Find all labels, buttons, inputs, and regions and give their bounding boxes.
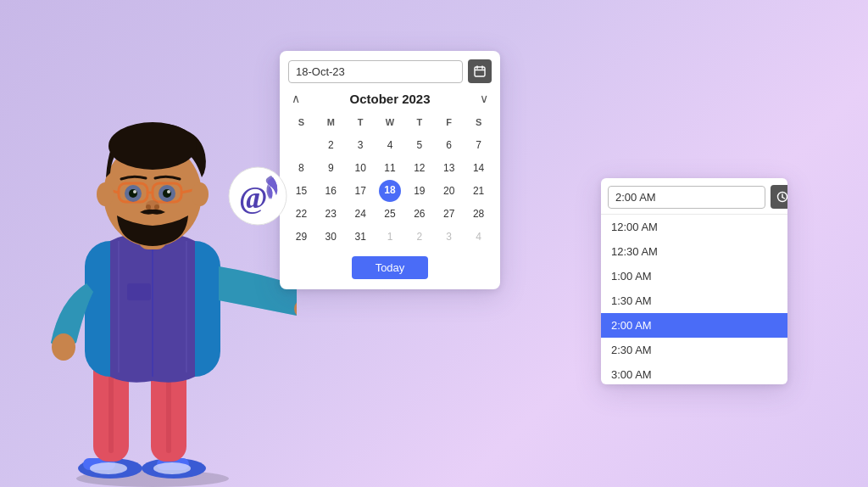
time-option[interactable]: 1:00 AM [601,264,787,288]
day-cell[interactable]: 29 [287,226,316,249]
day-cell[interactable]: 20 [434,180,464,203]
day-cell-selected[interactable]: 18 [379,180,401,202]
time-option[interactable]: 12:00 AM [601,215,787,239]
calendar-widget: ∧ October 2023 ∨ S M T W T F S 2 3 4 5 6… [280,51,500,289]
day-cell[interactable]: 2 [316,134,346,157]
svg-point-37 [97,182,114,206]
day-header-w: W [376,112,405,134]
next-month-button[interactable]: ∨ [476,90,492,107]
svg-point-17 [52,333,75,361]
day-cell[interactable]: 13 [434,157,464,180]
day-cell[interactable]: 1 [376,226,405,249]
day-headers-row: S M T W T F S [287,112,493,134]
day-cell[interactable]: 4 [464,226,493,249]
time-option[interactable]: 12:30 AM [601,239,787,264]
day-cell[interactable]: 2 [404,226,434,249]
svg-point-30 [129,189,137,198]
day-cell[interactable] [287,134,316,157]
day-header-m: M [316,112,346,134]
calendar-header: ∧ October 2023 ∨ [280,88,500,112]
day-cell[interactable]: 6 [434,134,464,157]
date-input[interactable] [288,60,463,83]
day-header-s1: S [287,112,316,134]
svg-rect-42 [475,67,485,76]
day-cell[interactable]: 26 [404,203,434,226]
time-input-row [601,178,787,215]
svg-point-22 [108,122,197,170]
day-cell[interactable]: 27 [434,203,464,226]
day-cell[interactable]: 23 [316,203,346,226]
day-cell[interactable]: 30 [316,226,346,249]
day-header-t1: T [346,112,376,134]
time-input[interactable] [608,186,765,209]
today-button[interactable]: Today [352,256,429,279]
character-illustration [8,46,297,487]
day-cell[interactable]: 3 [434,226,464,249]
day-cell[interactable]: 28 [464,203,493,226]
day-cell[interactable]: 22 [287,203,316,226]
day-cell[interactable]: 19 [404,180,434,203]
svg-point-35 [146,204,151,210]
day-cell[interactable]: 11 [376,157,405,180]
week-row-2: 8 9 10 11 12 13 14 [287,157,493,180]
day-cell[interactable]: 5 [404,134,434,157]
week-row-4: 22 23 24 25 26 27 28 [287,203,493,226]
day-cell[interactable]: 17 [346,180,376,203]
calendar-icon-button[interactable] [468,59,492,83]
calendar-grid: S M T W T F S 2 3 4 5 6 7 8 9 10 11 12 1… [280,112,500,249]
day-cell[interactable]: 4 [376,134,405,157]
day-cell[interactable]: 15 [287,180,316,203]
time-option[interactable]: 2:30 AM [601,338,787,362]
clock-icon-button[interactable] [771,185,787,209]
day-header-t2: T [404,112,434,134]
day-header-s2: S [464,112,493,134]
day-cell[interactable]: 31 [346,226,376,249]
day-cell[interactable]: 21 [464,180,493,203]
svg-point-38 [192,182,209,206]
month-title: October 2023 [310,92,470,106]
logo-badge: @ [227,165,288,227]
svg-point-32 [133,190,136,193]
time-options-list: 12:00 AM 12:30 AM 1:00 AM 1:30 AM 2:00 A… [601,215,787,384]
week-row-3: 15 16 17 18 19 20 21 [287,180,493,203]
svg-point-33 [167,190,170,193]
svg-rect-19 [127,283,151,300]
svg-point-5 [90,462,127,474]
time-picker-widget: 12:00 AM 12:30 AM 1:00 AM 1:30 AM 2:00 A… [601,178,787,384]
today-row: Today [280,249,500,279]
svg-point-31 [163,189,171,198]
time-option-selected[interactable]: 2:00 AM [601,313,787,338]
day-cell[interactable]: 14 [464,157,493,180]
day-cell[interactable]: 16 [316,180,346,203]
day-cell[interactable]: 10 [346,157,376,180]
day-cell[interactable]: 7 [464,134,493,157]
day-header-f: F [434,112,464,134]
time-option[interactable]: 1:30 AM [601,288,787,313]
svg-point-36 [154,204,159,210]
day-cell[interactable]: 8 [287,157,316,180]
prev-month-button[interactable]: ∧ [288,90,303,107]
day-cell[interactable]: 25 [376,203,405,226]
day-cell[interactable]: 24 [346,203,376,226]
week-row-5: 29 30 31 1 2 3 4 [287,226,493,249]
svg-text:@: @ [239,181,268,215]
day-cell[interactable]: 9 [316,157,346,180]
week-row-1: 2 3 4 5 6 7 [287,134,493,157]
day-cell[interactable]: 3 [346,134,376,157]
day-cell[interactable]: 12 [404,157,434,180]
svg-point-6 [153,462,191,474]
date-input-row [280,51,500,88]
svg-line-48 [782,198,785,199]
time-option[interactable]: 3:00 AM [601,362,787,384]
